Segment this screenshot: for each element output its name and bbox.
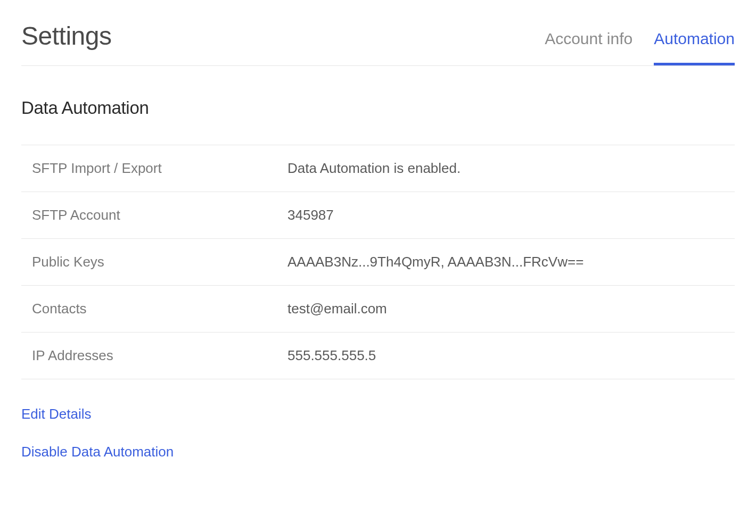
header: Settings Account info Automation [21,21,735,66]
section-title: Data Automation [21,98,735,118]
detail-label: SFTP Account [32,207,287,223]
tab-automation[interactable]: Automation [654,30,735,65]
detail-label: Contacts [32,301,287,317]
detail-row-contacts: Contacts test@email.com [21,286,735,332]
detail-row-sftp-account: SFTP Account 345987 [21,192,735,239]
tabs: Account info Automation [545,30,735,65]
detail-value: 345987 [287,207,724,223]
page-title: Settings [21,21,111,65]
detail-value: test@email.com [287,301,724,317]
detail-label: Public Keys [32,254,287,270]
detail-row-public-keys: Public Keys AAAAB3Nz...9Th4QmyR, AAAAB3N… [21,239,735,286]
detail-label: IP Addresses [32,347,287,364]
details-table: SFTP Import / Export Data Automation is … [21,145,735,379]
detail-row-sftp-import-export: SFTP Import / Export Data Automation is … [21,145,735,192]
tab-account-info[interactable]: Account info [545,30,632,65]
edit-details-button[interactable]: Edit Details [21,406,92,422]
detail-value: 555.555.555.5 [287,347,724,364]
detail-row-ip-addresses: IP Addresses 555.555.555.5 [21,332,735,379]
detail-value: AAAAB3Nz...9Th4QmyR, AAAAB3N...FRcVw== [287,254,724,270]
disable-data-automation-button[interactable]: Disable Data Automation [21,444,174,460]
detail-label: SFTP Import / Export [32,160,287,177]
detail-value: Data Automation is enabled. [287,160,724,177]
actions: Edit Details Disable Data Automation [21,406,735,460]
